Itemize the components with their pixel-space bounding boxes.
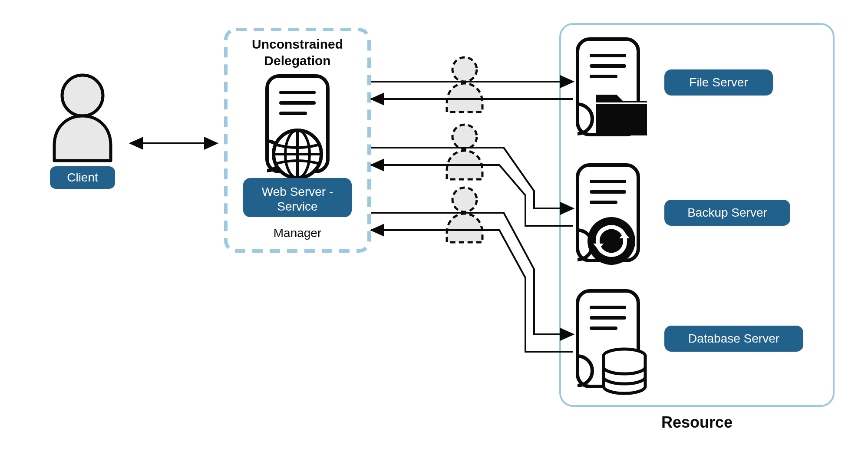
backup-server-group: Backup Server <box>578 165 790 265</box>
file-server-icon <box>578 39 647 135</box>
ghost-user-icon <box>447 57 482 112</box>
refresh-icon <box>587 217 635 265</box>
delegation-title-1: Unconstrained <box>252 37 343 51</box>
resource-group: Resource File Server <box>560 24 834 431</box>
delegation-title-2: Delegation <box>264 53 330 68</box>
svg-point-0 <box>62 75 103 116</box>
ghost-user-icon <box>447 125 482 179</box>
web-server-icon <box>267 76 328 178</box>
backup-server-icon <box>578 165 638 265</box>
file-server-label: File Server <box>689 76 748 89</box>
file-server-group: File Server <box>578 39 773 135</box>
client-label: Client <box>67 171 98 184</box>
backup-server-label: Backup Server <box>687 206 767 219</box>
svg-point-19 <box>587 217 635 265</box>
svg-rect-14 <box>596 102 647 104</box>
svg-point-27 <box>452 188 477 212</box>
svg-rect-13 <box>596 104 647 135</box>
database-server-label: Database Server <box>688 332 779 345</box>
svg-point-25 <box>452 57 477 82</box>
delegation-subtitle: Manager <box>274 226 322 240</box>
svg-point-26 <box>452 125 477 149</box>
database-server-icon <box>578 291 645 393</box>
globe-icon <box>274 130 321 178</box>
folder-icon <box>596 95 647 135</box>
web-server-pill-line2: Service <box>277 200 317 213</box>
database-icon <box>604 349 645 393</box>
resource-title: Resource <box>661 413 733 431</box>
user-icon <box>54 75 111 161</box>
diagram-root: Client Unconstrained Delegation <box>0 0 868 465</box>
web-server-pill-line1: Web Server - <box>262 185 333 198</box>
client-group: Client <box>50 75 115 189</box>
delegation-group: Unconstrained Delegation Web Server - Se… <box>226 30 369 251</box>
ghost-user-icon <box>447 188 482 242</box>
database-server-group: Database Server <box>578 291 803 393</box>
